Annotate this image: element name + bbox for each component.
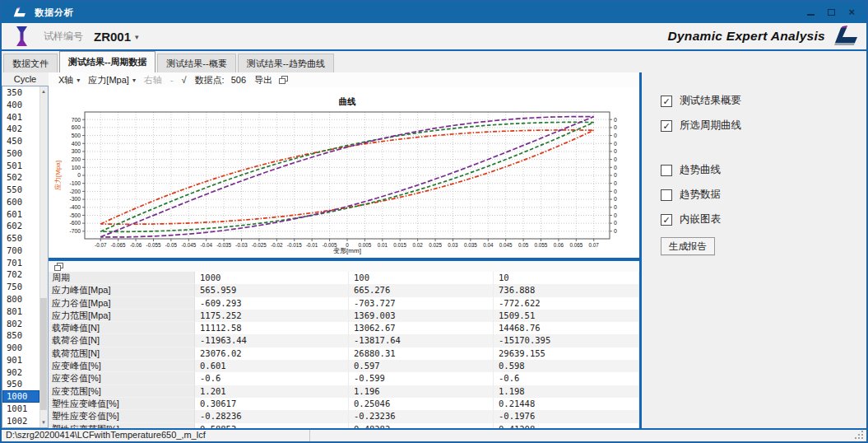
x-axis-dropdown-icon[interactable]: ▾ bbox=[77, 77, 80, 84]
cycle-item[interactable]: 400 bbox=[2, 99, 39, 111]
cell-value: 23076.02 bbox=[195, 347, 349, 360]
checkbox-trend-data[interactable] bbox=[661, 189, 672, 201]
close-icon[interactable]: × bbox=[848, 8, 855, 16]
data-points-value: 506 bbox=[231, 75, 246, 85]
generate-report-button[interactable]: 生成报告 bbox=[661, 237, 715, 255]
option-row-trend-curves: 趋势曲线 bbox=[661, 163, 864, 177]
tab-result-trend-curve[interactable]: 测试结果--趋势曲线 bbox=[238, 54, 334, 72]
table-row: 载荷谷值[N]-11963.44-13817.64-15170.395 bbox=[49, 334, 639, 347]
cycle-item[interactable]: 550 bbox=[2, 184, 39, 196]
table-row: 塑性应变峰值[%]0.306170.250460.21448 bbox=[49, 398, 639, 410]
cycle-item[interactable]: 501 bbox=[2, 160, 39, 172]
cycle-item[interactable]: 801 bbox=[2, 305, 39, 318]
sample-dropdown-icon[interactable]: ▾ bbox=[135, 33, 139, 41]
checkbox-selected-cycle-curves[interactable]: ✓ bbox=[661, 120, 672, 132]
cell-value: 1509.51 bbox=[494, 310, 639, 322]
x-tick-label: -0.01 bbox=[306, 242, 318, 248]
cycle-item[interactable]: 450 bbox=[2, 135, 39, 147]
row-label: 塑性应变峰值[%] bbox=[49, 398, 195, 410]
table-row: 应变谷值[%]-0.6-0.599-0.6 bbox=[49, 372, 639, 385]
option-row-selected-cycle-curves: ✓所选周期曲线 bbox=[661, 119, 864, 133]
cell-value: 11112.58 bbox=[195, 322, 349, 334]
cell-value: -0.599 bbox=[349, 372, 494, 385]
x-tick-label: -0.055 bbox=[146, 242, 161, 248]
resize-grip-icon[interactable] bbox=[861, 437, 863, 439]
cell-value: 565.959 bbox=[195, 284, 349, 296]
cycle-listbox[interactable]: ▲ ▼ 350400401402450500501502550600601602… bbox=[2, 86, 49, 428]
hysteresis-chart: 曲线-7000-6000-5000-4000-3000-2000-1000001… bbox=[49, 87, 639, 258]
y-tick-label: 300 bbox=[72, 148, 81, 154]
cycle-item[interactable]: 850 bbox=[2, 329, 39, 342]
tab-result-summary[interactable]: 测试结果--概要 bbox=[157, 54, 235, 72]
cycle-item[interactable]: 602 bbox=[2, 220, 39, 232]
cycle-item[interactable]: 750 bbox=[2, 281, 39, 293]
scroll-up-icon[interactable]: ▲ bbox=[40, 88, 47, 95]
cycle-item[interactable]: 902 bbox=[2, 366, 39, 379]
cycle-item[interactable]: 601 bbox=[2, 208, 39, 221]
cycle-scrollbar-thumb[interactable] bbox=[40, 298, 47, 411]
sample-number-label: 试样编号 bbox=[44, 30, 83, 44]
row-label: 应力谷值[Mpa] bbox=[49, 297, 195, 310]
chart-toolbar: X轴 ▾ 应力[Mpa] ▾ 右轴 - √ 数据点: 506 导出 bbox=[49, 72, 639, 87]
brand-name: Dynamic Expert Analysis bbox=[667, 29, 825, 44]
checkbox-trend-curves[interactable] bbox=[661, 165, 672, 176]
cycle-item[interactable]: 1001 bbox=[2, 403, 39, 415]
cycle-item[interactable]: 1000 bbox=[2, 390, 39, 403]
cycle-item[interactable]: 701 bbox=[2, 257, 39, 269]
cycle-item[interactable]: 650 bbox=[2, 232, 39, 245]
tab-result-cycle-data[interactable]: 测试结果--周期数据 bbox=[59, 51, 155, 72]
cycle-item[interactable]: 500 bbox=[2, 147, 39, 160]
cycle-item[interactable]: 350 bbox=[2, 86, 39, 99]
cell-value: 0.30617 bbox=[195, 398, 349, 410]
option-label: 所选周期曲线 bbox=[680, 119, 741, 133]
cycle-item[interactable]: 600 bbox=[2, 196, 39, 208]
table-row: 应力谷值[Mpa]-609.293-703.727-772.622 bbox=[49, 297, 639, 310]
scroll-down-icon[interactable]: ▼ bbox=[40, 419, 47, 426]
x-tick-label: 0.025 bbox=[429, 242, 442, 248]
cycle-item[interactable]: 702 bbox=[2, 268, 39, 281]
table-row: 塑性应变谷值[%]-0.28236-0.23236-0.1976 bbox=[49, 410, 639, 422]
checkbox-test-result-summary[interactable]: ✓ bbox=[661, 96, 672, 107]
cycle-item[interactable]: 401 bbox=[2, 111, 39, 124]
table-row: 应力峰值[Mpa]565.959665.276736.888 bbox=[49, 284, 639, 296]
sample-number-value[interactable]: ZR001 bbox=[94, 30, 131, 44]
cycle-item[interactable]: 502 bbox=[2, 171, 39, 184]
row-label: 应变范围[%] bbox=[49, 385, 195, 398]
cell-value: -11963.44 bbox=[195, 334, 349, 347]
x-tick-label: -0.03 bbox=[235, 242, 248, 248]
cycle-scrollbar[interactable]: ▲ ▼ bbox=[39, 86, 48, 427]
checkbox-embedded-charts[interactable]: ✓ bbox=[661, 214, 672, 226]
cycle-item[interactable]: 800 bbox=[2, 293, 39, 305]
cycle-item[interactable]: 901 bbox=[2, 354, 39, 366]
y-axis-dropdown-icon[interactable]: ▾ bbox=[132, 77, 136, 84]
export-window-icon[interactable] bbox=[279, 76, 288, 84]
cycle-item[interactable]: 900 bbox=[2, 342, 39, 354]
cycle-item[interactable]: 802 bbox=[2, 318, 39, 330]
cell-value: -772.622 bbox=[494, 297, 639, 310]
x-tick-label: -0.02 bbox=[271, 242, 283, 248]
cell-value: 0.601 bbox=[195, 360, 349, 372]
right-axis-tick-label: 0 bbox=[614, 133, 617, 138]
option-row-test-result-summary: ✓测试结果概要 bbox=[661, 94, 864, 108]
x-tick-label: -0.04 bbox=[201, 242, 213, 248]
apply-check-icon[interactable]: √ bbox=[182, 75, 187, 85]
cycle-item[interactable]: 1002 bbox=[2, 415, 39, 427]
cell-value: 1.201 bbox=[195, 385, 349, 398]
y-axis-select[interactable]: 应力[Mpa] bbox=[88, 74, 129, 86]
x-tick-label: 0.06 bbox=[554, 242, 564, 248]
table-row: 应变峰值[%]0.6010.5970.598 bbox=[49, 360, 639, 372]
table-export-icon[interactable] bbox=[54, 263, 63, 271]
minimize-icon[interactable] bbox=[807, 14, 815, 16]
option-label: 趋势曲线 bbox=[680, 163, 721, 177]
specimen-icon bbox=[16, 26, 28, 46]
cycle-item[interactable]: 950 bbox=[2, 378, 39, 390]
cycle-item[interactable]: 402 bbox=[2, 123, 39, 135]
maximize-icon[interactable] bbox=[828, 9, 835, 16]
tab-data-file[interactable]: 数据文件 bbox=[3, 54, 58, 72]
right-axis-tick-label: 0 bbox=[614, 141, 617, 147]
cycle-item[interactable]: 700 bbox=[2, 245, 39, 257]
status-bar: D:\szrg20200414\LCFwithTemperature650_,m… bbox=[2, 428, 866, 441]
cycle-panel: Cycle ▲ ▼ 350400401402450500501502550600… bbox=[2, 72, 49, 428]
export-button[interactable]: 导出 bbox=[254, 74, 272, 86]
right-axis-tick-label: 0 bbox=[614, 196, 617, 202]
